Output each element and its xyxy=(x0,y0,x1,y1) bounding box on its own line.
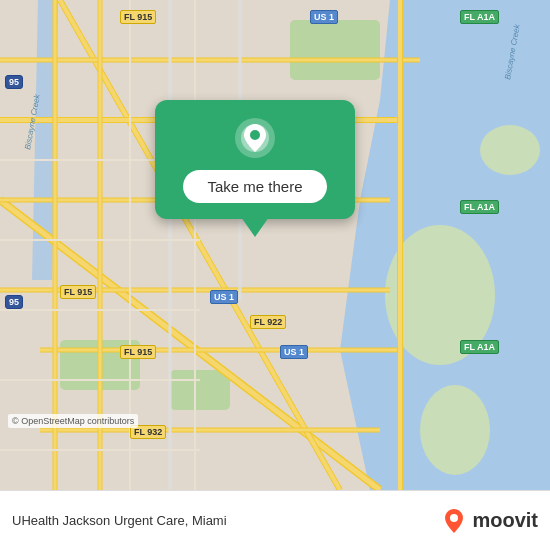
road-label-fl922: FL 922 xyxy=(250,315,286,329)
take-me-there-button[interactable]: Take me there xyxy=(183,170,326,203)
moovit-logo-icon xyxy=(440,507,468,535)
road-label-fl915-mid: FL 915 xyxy=(60,285,96,299)
svg-point-44 xyxy=(450,514,458,522)
location-pin-icon xyxy=(233,116,277,160)
location-info: UHealth Jackson Urgent Care, Miami xyxy=(12,513,440,528)
road-label-fl915-top: FL 915 xyxy=(120,10,156,24)
svg-rect-6 xyxy=(170,370,230,410)
moovit-logo: moovit xyxy=(440,507,538,535)
road-label-us1-top: US 1 xyxy=(310,10,338,24)
road-label-fl915-bot: FL 915 xyxy=(120,345,156,359)
road-label-95-bot: 95 xyxy=(5,295,23,309)
bottom-bar: UHealth Jackson Urgent Care, Miami moovi… xyxy=(0,490,550,550)
road-label-us1-mid: US 1 xyxy=(210,290,238,304)
road-label-us1-bot: US 1 xyxy=(280,345,308,359)
map-container: Biscayne Creek Biscayne Creek FL 915 FL … xyxy=(0,0,550,490)
svg-point-43 xyxy=(250,130,260,140)
popup-card: Take me there xyxy=(155,100,355,219)
map-attribution: © OpenStreetMap contributors xyxy=(8,414,138,428)
location-name: UHealth Jackson Urgent Care, Miami xyxy=(12,513,227,528)
road-label-fla1a-2: FL A1A xyxy=(460,200,499,214)
road-label-95-top: 95 xyxy=(5,75,23,89)
svg-point-4 xyxy=(480,125,540,175)
road-label-fla1a-1: FL A1A xyxy=(460,10,499,24)
road-label-fla1a-3: FL A1A xyxy=(460,340,499,354)
svg-rect-7 xyxy=(290,20,380,80)
moovit-logo-text: moovit xyxy=(472,509,538,532)
svg-point-3 xyxy=(420,385,490,475)
